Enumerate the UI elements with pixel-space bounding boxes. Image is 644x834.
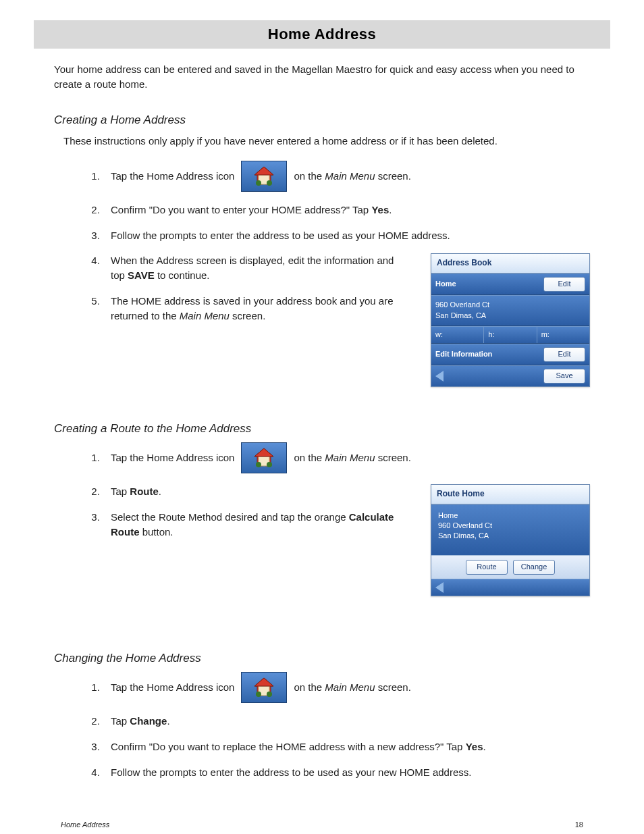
section-c-steps: Tap the Home Address icon on the Main Me… <box>54 672 590 779</box>
route-home-screenshot: Route Home Home 960 Overland Ct San Dima… <box>431 484 590 596</box>
svg-marker-12 <box>254 678 273 686</box>
section-heading-route-home: Creating a Route to the Home Address <box>54 421 590 438</box>
step-text: Select the Route Method desired and tap … <box>103 510 401 540</box>
svg-point-14 <box>267 692 272 697</box>
step-text: on the Main Menu screen. <box>294 680 410 695</box>
svg-marker-2 <box>254 167 273 175</box>
edit-button[interactable]: Edit <box>543 277 585 292</box>
address-text: 960 Overland Ct San Dimas, CA <box>435 300 489 321</box>
page-title-bar: Home Address <box>34 20 610 49</box>
phone-m-cell[interactable]: m: <box>537 327 589 343</box>
change-button[interactable]: Change <box>513 560 555 575</box>
home-address-icon <box>241 442 287 473</box>
page-number: 18 <box>575 820 583 829</box>
svg-point-8 <box>256 462 261 467</box>
step-text: Tap the Home Address icon <box>111 680 234 695</box>
phone-w-cell[interactable]: w: <box>431 327 484 343</box>
step-text: Tap the Home Address icon <box>111 169 234 184</box>
save-button[interactable]: Save <box>543 369 585 384</box>
svg-point-9 <box>267 462 272 467</box>
svg-point-4 <box>267 180 272 186</box>
svg-point-3 <box>256 180 261 186</box>
intro-paragraph: Your home address can be entered and sav… <box>54 62 590 92</box>
section-heading-changing-home: Changing the Home Address <box>54 650 590 667</box>
step-text: on the Main Menu screen. <box>294 450 410 465</box>
phone-h-cell[interactable]: h: <box>484 327 537 343</box>
step-text: Tap the Home Address icon <box>111 450 234 465</box>
route-address-block: Home 960 Overland Ct San Dimas, CA <box>431 504 589 555</box>
section-a-subtext: These instructions only apply if you hav… <box>63 134 590 149</box>
address-book-screenshot: Address Book Home Edit 960 Overland Ct S… <box>431 253 590 386</box>
back-icon[interactable] <box>435 582 444 593</box>
svg-point-13 <box>256 692 261 697</box>
svg-marker-7 <box>254 448 273 457</box>
step-text: Tap Change. <box>103 714 590 729</box>
edit-button[interactable]: Edit <box>543 347 585 362</box>
home-address-icon <box>241 161 287 192</box>
step-text: The HOME address is saved in your addres… <box>103 294 401 323</box>
device-header: Address Book <box>431 254 589 273</box>
page-footer: Home Address 18 <box>34 820 610 829</box>
step-text: Confirm "Do you want to replace the HOME… <box>103 739 590 754</box>
step-text: When the Address screen is displayed, ed… <box>103 253 401 283</box>
route-button[interactable]: Route <box>466 560 508 575</box>
home-address-icon <box>241 672 287 703</box>
section-b-steps: Tap the Home Address icon on the Main Me… <box>54 442 590 603</box>
home-label: Home <box>435 279 456 290</box>
step-text: Follow the prompts to enter the address … <box>103 765 590 780</box>
step-text: on the Main Menu screen. <box>294 169 410 184</box>
footer-title: Home Address <box>61 820 109 829</box>
page-title: Home Address <box>34 26 610 43</box>
section-heading-creating-home: Creating a Home Address <box>54 112 590 129</box>
step-text: Confirm "Do you want to enter your HOME … <box>103 203 590 217</box>
step-text: Follow the prompts to enter the address … <box>103 228 590 243</box>
back-icon[interactable] <box>435 371 444 382</box>
device-header: Route Home <box>431 485 589 504</box>
section-a-steps: Tap the Home Address icon on the Main Me… <box>54 161 590 394</box>
edit-info-label: Edit Information <box>435 349 492 360</box>
